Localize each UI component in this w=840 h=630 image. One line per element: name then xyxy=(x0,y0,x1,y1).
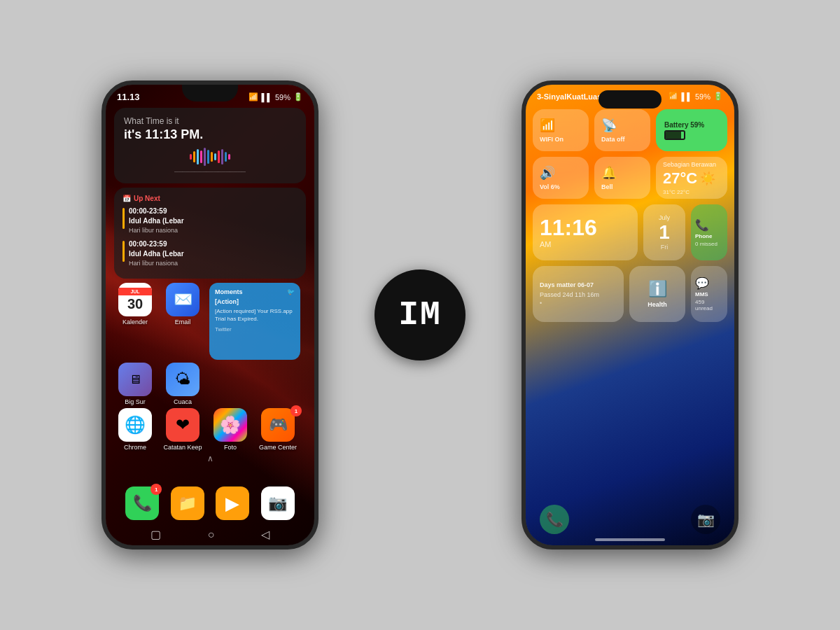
days-value: Passed 24d 11h 16m xyxy=(540,291,599,298)
app-row-3: 🌐 Chrome ❤ Catatan Keep 🌸 Foto xyxy=(114,408,306,451)
mms-label: MMS xyxy=(695,291,708,298)
siri-wave xyxy=(124,146,296,167)
date-day: Fri xyxy=(661,244,668,251)
left-phone: 11.13 📶 ▌▌ 59% 🔋 What Time is it it's 11… xyxy=(102,80,318,550)
phone-small-icon: 📞 xyxy=(695,218,709,232)
app-foto[interactable]: 🌸 Foto xyxy=(209,408,251,451)
weather-temp: 27°C xyxy=(663,169,697,188)
widget-row-2: 🔊 Vol 6% 🔔 Bell Sebagian Berawan 27°C ☀️ xyxy=(533,157,727,199)
widget-data[interactable]: 📡 Data off xyxy=(594,109,650,151)
left-status-icons: 📶 ▌▌ 59% 🔋 xyxy=(248,92,303,102)
battery-text-right: 59% xyxy=(695,92,710,101)
phone-widget-label: Phone xyxy=(695,233,712,239)
widget-health[interactable]: ℹ️ Health xyxy=(629,266,685,322)
battery-label: Battery 59% xyxy=(664,121,704,129)
twitter-header: Moments 🐦 xyxy=(215,288,295,295)
left-dock: 📞 1 📁 ▶ 📷 xyxy=(106,486,314,520)
vol-widget-icon: 🔊 xyxy=(540,165,555,181)
app-email[interactable]: ✉️ Email xyxy=(162,283,204,360)
cal-event-2: 00:00-23:59 Idul Adha (Lebar Hari libur … xyxy=(122,239,298,268)
app-row-1: JUL 30 Kalender ✉️ Email Moment xyxy=(114,283,306,360)
widget-weather[interactable]: Sebagian Berawan 27°C ☀️ 31°C 22°C xyxy=(656,157,727,199)
cal-header: 📅 Up Next xyxy=(122,195,298,202)
weather-range: 31°C 22°C xyxy=(663,189,690,195)
days-label: Days matter 06-07 xyxy=(540,281,594,288)
phone-badge: 1 xyxy=(150,484,162,495)
signal-icon: ▌▌ xyxy=(261,93,272,102)
cal-event-1: 00:00-23:59 Idul Adha (Lebar Hari libur … xyxy=(122,206,298,235)
widget-mms[interactable]: 💬 MMS 459 unread xyxy=(691,266,727,322)
battery-bar-icon: 🔋 xyxy=(293,92,303,102)
weather-title: Sebagian Berawan xyxy=(663,161,716,168)
widget-date[interactable]: July 1 Fri xyxy=(643,204,685,260)
dock-play[interactable]: ▶ xyxy=(216,486,249,520)
im-logo-text: IM xyxy=(398,296,442,334)
bell-widget-icon: 🔔 xyxy=(601,165,617,181)
widget-row-4: Days matter 06-07 Passed 24d 11h 16m • ℹ… xyxy=(533,266,727,322)
app-keep[interactable]: ❤ Catatan Keep xyxy=(162,408,204,451)
app-cuaca[interactable]: 🌤 Cuaca xyxy=(162,363,204,405)
widget-days[interactable]: Days matter 06-07 Passed 24d 11h 16m • xyxy=(533,266,624,322)
mms-value: 459 unread xyxy=(695,299,723,312)
app-kalender[interactable]: JUL 30 Kalender xyxy=(114,283,156,360)
widget-bell[interactable]: 🔔 Bell xyxy=(594,157,650,199)
carrier-text: 3-SinyalKuatLuas xyxy=(537,92,601,101)
ios-camera-icon: 📷 xyxy=(697,511,715,528)
signal-icon-right: ▌▌ xyxy=(681,92,692,101)
twitter-label: Twitter xyxy=(215,326,295,332)
dynamic-island xyxy=(598,90,662,108)
left-status-time: 11.13 xyxy=(117,92,140,102)
health-icon: ℹ️ xyxy=(648,280,667,298)
wifi-icon-right: 📶 xyxy=(668,92,678,101)
left-nav-bar: ▢ ○ ◁ xyxy=(106,528,314,541)
ios-widgets: 📶 WIFI On 📡 Data off Battery 59% xyxy=(526,104,734,333)
widget-phone[interactable]: 📞 Phone 0 missed xyxy=(691,204,727,260)
dock-phone[interactable]: 📞 1 xyxy=(125,486,159,520)
right-status-icons: 📶 ▌▌ 59% 🔋 xyxy=(668,92,723,101)
wifi-icon: 📶 xyxy=(248,92,258,102)
gamecenter-badge: 1 xyxy=(290,405,302,416)
clock-time: 11:16 xyxy=(540,216,597,239)
ios-dock-camera[interactable]: 📷 xyxy=(691,505,720,534)
sun-icon: ☀️ xyxy=(700,171,715,186)
twitter-body: [Action required] Your RSS.app Trial has… xyxy=(215,307,295,323)
widget-battery[interactable]: Battery 59% xyxy=(656,109,727,151)
health-label: Health xyxy=(648,301,667,308)
battery-icon: 59% xyxy=(275,93,290,102)
app-bigsur[interactable]: 🖥 Big Sur xyxy=(114,363,156,405)
dock-files[interactable]: 📁 xyxy=(171,486,204,520)
right-screen: 3-SinyalKuatLuas 📶 ▌▌ 59% 🔋 📶 WIFI On xyxy=(526,85,734,545)
im-logo: IM xyxy=(374,270,465,360)
widget-clock[interactable]: 11:16 AM xyxy=(533,204,638,260)
calendar-widget[interactable]: 📅 Up Next 00:00-23:59 Idul Adha (Lebar H… xyxy=(114,188,306,279)
scene: 11.13 📶 ▌▌ 59% 🔋 What Time is it it's 11… xyxy=(0,0,840,630)
widget-row-3: 11:16 AM July 1 Fri 📞 Phone 0 missed xyxy=(533,204,727,260)
ios-dock-phone[interactable]: 📞 xyxy=(540,505,569,534)
nav-circle[interactable]: ○ xyxy=(208,528,215,541)
date-num: 1 xyxy=(659,223,670,242)
siri-time: it's 11:13 PM. xyxy=(124,127,296,142)
app-row-2: 🖥 Big Sur 🌤 Cuaca xyxy=(114,363,306,405)
swipe-indicator: ∧ xyxy=(106,454,314,463)
widget-wifi[interactable]: 📶 WIFI On xyxy=(533,109,589,151)
clock-ampm: AM xyxy=(540,240,552,248)
app-chrome[interactable]: 🌐 Chrome xyxy=(114,408,156,451)
left-screen: 11.13 📶 ▌▌ 59% 🔋 What Time is it it's 11… xyxy=(106,85,314,545)
dock-camera[interactable]: 📷 xyxy=(261,486,295,520)
left-notch xyxy=(182,85,238,102)
widget-row-1: 📶 WIFI On 📡 Data off Battery 59% xyxy=(533,109,727,151)
siri-widget[interactable]: What Time is it it's 11:13 PM. ─── xyxy=(114,108,306,183)
wifi-widget-icon: 📶 xyxy=(540,118,555,133)
phone-missed: 0 missed xyxy=(695,241,718,247)
widget-volume[interactable]: 🔊 Vol 6% xyxy=(533,157,589,199)
nav-triangle[interactable]: ◁ xyxy=(261,528,270,541)
twitter-widget[interactable]: Moments 🐦 [Action] [Action required] You… xyxy=(209,283,300,360)
siri-title: What Time is it xyxy=(124,116,296,126)
data-widget-icon: 📡 xyxy=(601,118,617,133)
mms-icon: 💬 xyxy=(695,276,709,290)
battery-icon-right: 🔋 xyxy=(713,92,723,101)
nav-square[interactable]: ▢ xyxy=(150,528,161,541)
app-gamecenter[interactable]: 🎮 1 Game Center xyxy=(257,408,299,451)
date-month: July xyxy=(659,214,670,221)
ios-dock: 📞 📷 xyxy=(526,498,734,545)
